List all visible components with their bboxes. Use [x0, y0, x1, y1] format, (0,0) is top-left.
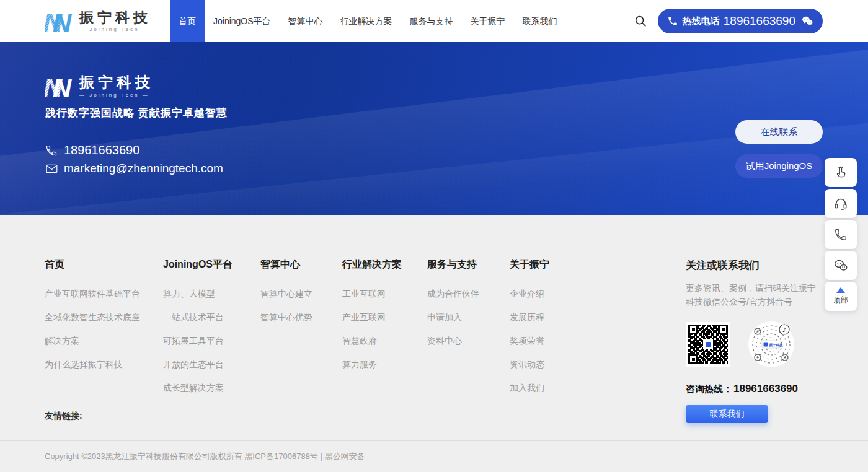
footer-columns: 首页产业互联网软件基础平台全域化数智生态技术底座解决方案为什么选择振宁科技Joi…	[45, 258, 603, 406]
footer-column-title[interactable]: 首页	[45, 258, 163, 271]
consult-hotline-row: 咨询热线：18961663690	[686, 383, 828, 395]
footer-link[interactable]: 工业互联网	[342, 289, 427, 300]
brand-subtitle: — Joining Tech —	[79, 27, 151, 32]
hero-phone-number[interactable]: 18961663690	[64, 143, 140, 157]
footer-link[interactable]: 算力、大模型	[163, 289, 260, 300]
svg-text:N: N	[53, 73, 73, 100]
hero-phone-row: 18961663690	[45, 143, 140, 157]
svg-text:振宁科技: 振宁科技	[769, 343, 784, 347]
phone-call-button[interactable]	[825, 220, 857, 249]
side-toolbar: 顶部	[825, 158, 857, 313]
page: N N 振宁科技 — Joining Tech — 首页JoiningOS平台智…	[0, 0, 868, 472]
footer-link[interactable]: 可拓展工具平台	[163, 336, 260, 347]
trial-joiningos-button[interactable]: 试用JoingingOS	[735, 154, 823, 178]
envelope-icon	[45, 162, 58, 175]
footer-link[interactable]: 一站式技术平台	[163, 312, 260, 323]
svg-text:♪: ♪	[782, 326, 786, 333]
nav-item-4[interactable]: 服务与支持	[401, 0, 462, 42]
wechat-button[interactable]	[825, 251, 857, 280]
svg-text:N: N	[53, 8, 73, 35]
hotline-label: 热线电话	[683, 15, 720, 27]
hero-banner: N N 振宁科技 — Joining Tech — 践行数字强国战略 贡献振宁卓…	[0, 42, 868, 215]
footer-column-title[interactable]: JoiningOS平台	[163, 258, 260, 271]
footer-column-0: 首页产业互联网软件基础平台全域化数智生态技术底座解决方案为什么选择振宁科技	[45, 258, 163, 406]
footer-column-title[interactable]: 服务与支持	[427, 258, 510, 271]
consult-hotline-label: 咨询热线：	[686, 383, 732, 394]
brand-text: 振宁科技 — Joining Tech —	[79, 10, 151, 32]
header-nav: 首页JoiningOS平台智算中心行业解决方案服务与支持关于振宁联系我们	[170, 0, 566, 42]
back-to-top-button[interactable]: 顶部	[825, 282, 857, 311]
footer-link[interactable]: 智算中心优势	[260, 312, 342, 323]
nav-item-1[interactable]: JoiningOS平台	[205, 0, 280, 42]
hero-logo-n-icon: N N	[45, 72, 73, 100]
footer-link[interactable]: 发展历程	[510, 312, 603, 323]
footer-column-title[interactable]: 智算中心	[260, 258, 342, 271]
header: N N 振宁科技 — Joining Tech — 首页JoiningOS平台智…	[0, 0, 868, 42]
footer-column-1: JoiningOS平台算力、大模型一站式技术平台可拓展工具平台开放的生态平台成长…	[163, 258, 260, 406]
footer-link[interactable]: 资讯动态	[510, 359, 603, 370]
hero-email-address[interactable]: marketing@zhenningtech.com	[64, 162, 223, 175]
footer-column-4: 服务与支持成为合作伙伴申请加入资料中心	[427, 258, 510, 406]
hand-click-button[interactable]	[825, 158, 857, 187]
footer-column-2: 智算中心智算中心建立智算中心优势	[260, 258, 342, 406]
footer-link[interactable]: 全域化数智生态技术底座	[45, 312, 163, 323]
hero-logo: N N 振宁科技 — Joining Tech —	[45, 72, 154, 100]
contact-us-button[interactable]: 联系我们	[686, 405, 768, 423]
footer-link[interactable]: 智慧政府	[342, 336, 427, 347]
copyright-bar: Copyright ©2023黑龙江振宁科技股份有限公司版权所有 黑ICP备17…	[0, 440, 868, 472]
online-contact-button[interactable]: 在线联系	[735, 120, 823, 144]
nav-item-3[interactable]: 行业解决方案	[332, 0, 401, 42]
footer-link[interactable]: 算力服务	[342, 359, 427, 370]
footer-link[interactable]: 资料中心	[427, 336, 510, 347]
hotline-number: 18961663690	[724, 14, 795, 28]
nav-item-6[interactable]: 联系我们	[514, 0, 566, 42]
footer-link[interactable]: 智算中心建立	[260, 289, 342, 300]
footer-link[interactable]: 解决方案	[45, 336, 163, 347]
footer-link[interactable]: 企业介绍	[510, 289, 603, 300]
footer-link[interactable]: 加入我们	[510, 383, 603, 394]
hero-tagline: 践行数字强国战略 贡献振宁卓越智慧	[45, 106, 228, 120]
footer-column-5: 关于振宁企业介绍发展历程奖项荣誉资讯动态加入我们	[510, 258, 603, 406]
hero-brand-subtitle: — Joining Tech —	[79, 92, 154, 98]
wechat-qr-code	[686, 322, 730, 367]
copyright-text: Copyright ©2023黑龙江振宁科技股份有限公司版权所有 黑ICP备17…	[45, 451, 365, 462]
footer-link[interactable]: 成为合作伙伴	[427, 289, 510, 300]
footer-link[interactable]: 产业互联网	[342, 312, 427, 323]
phone-outline-icon	[45, 144, 58, 157]
brand-name: 振宁科技	[79, 10, 151, 25]
up-triangle-icon	[836, 287, 845, 293]
nav-item-2[interactable]: 智算中心	[280, 0, 332, 42]
footer-link[interactable]: 申请加入	[427, 312, 510, 323]
customer-service-button[interactable]	[825, 189, 857, 218]
footer-column-title[interactable]: 关于振宁	[510, 258, 603, 271]
search-icon[interactable]	[634, 14, 647, 28]
footer: 首页产业互联网软件基础平台全域化数智生态技术底座解决方案为什么选择振宁科技Joi…	[0, 215, 868, 440]
footer-link[interactable]: 为什么选择振宁科技	[45, 359, 163, 370]
douyin-qr-code: ♪ 振宁科技	[748, 321, 795, 368]
phone-icon	[834, 228, 848, 242]
footer-link[interactable]: 奖项荣誉	[510, 336, 603, 347]
hero-brand-name: 振宁科技	[79, 74, 154, 90]
hand-click-icon	[833, 165, 848, 180]
wechat-icon	[801, 15, 813, 27]
footer-link[interactable]: 产业互联网软件基础平台	[45, 289, 163, 300]
hotline-button[interactable]: 热线电话 18961663690	[658, 9, 823, 33]
nav-item-0[interactable]: 首页	[170, 0, 205, 42]
brand-logo[interactable]: N N 振宁科技 — Joining Tech —	[45, 7, 151, 35]
footer-column-3: 行业解决方案工业互联网产业互联网智慧政府算力服务	[342, 258, 427, 406]
contact-title: 关注或联系我们	[686, 258, 828, 273]
headset-icon	[833, 196, 848, 211]
footer-column-title[interactable]: 行业解决方案	[342, 258, 427, 271]
header-right: 热线电话 18961663690	[634, 9, 823, 33]
back-to-top-label: 顶部	[833, 295, 848, 305]
hero-email-row: marketing@zhenningtech.com	[45, 162, 223, 175]
footer-link[interactable]: 成长型解决方案	[163, 383, 260, 394]
qr-code-row: ♪ 振宁科技	[686, 321, 828, 368]
logo-n-icon: N N	[45, 7, 73, 35]
contact-description: 更多资讯、案例，请扫码关注振宁科技微信公众号/官方抖音号	[686, 281, 823, 308]
consult-hotline-number: 18961663690	[733, 383, 798, 395]
footer-link[interactable]: 开放的生态平台	[163, 359, 260, 370]
nav-item-5[interactable]: 关于振宁	[462, 0, 514, 42]
wechat-icon	[833, 258, 848, 273]
friend-links-label: 友情链接:	[45, 411, 82, 422]
